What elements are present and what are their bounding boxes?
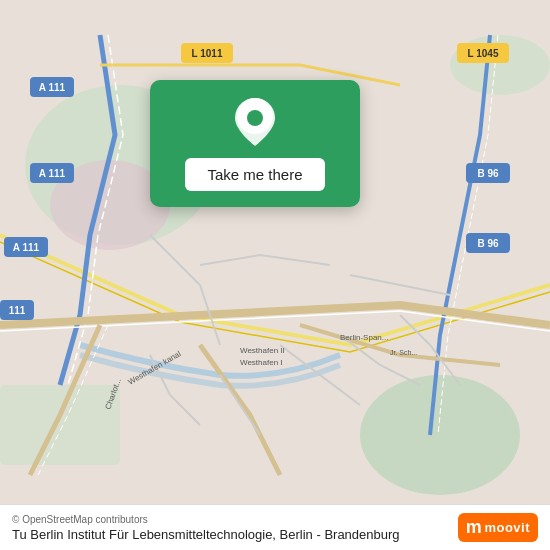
svg-point-4 — [360, 375, 520, 495]
svg-text:Westhafen II: Westhafen II — [240, 346, 285, 355]
svg-text:A 111: A 111 — [39, 168, 66, 179]
svg-text:A 111: A 111 — [13, 242, 40, 253]
copyright-text: © OpenStreetMap contributors — [12, 514, 400, 525]
svg-text:B 96: B 96 — [477, 238, 499, 249]
svg-point-29 — [247, 110, 263, 126]
moovit-text: moovit — [484, 520, 530, 535]
location-card: Take me there — [150, 80, 360, 207]
info-bar: © OpenStreetMap contributors Tu Berlin I… — [0, 504, 550, 550]
info-left: © OpenStreetMap contributors Tu Berlin I… — [12, 514, 400, 542]
location-pin-icon — [235, 98, 275, 146]
take-me-there-button[interactable]: Take me there — [185, 158, 324, 191]
svg-text:Jr. Sch...: Jr. Sch... — [390, 349, 417, 356]
svg-text:Berlin-Span...: Berlin-Span... — [340, 333, 388, 342]
location-name: Tu Berlin Institut Für Lebensmitteltechn… — [12, 527, 400, 542]
svg-text:B 96: B 96 — [477, 168, 499, 179]
moovit-logo: m moovit — [458, 513, 538, 542]
svg-text:L 1011: L 1011 — [192, 48, 223, 59]
svg-text:111: 111 — [9, 305, 26, 316]
svg-rect-5 — [0, 385, 120, 465]
svg-text:A 111: A 111 — [39, 82, 66, 93]
moovit-m-icon: m — [466, 517, 483, 538]
svg-text:L 1045: L 1045 — [468, 48, 499, 59]
map-container: L 1011 L 1045 A 111 A 111 A 111 111 B 96… — [0, 0, 550, 550]
svg-text:Westhafen I: Westhafen I — [240, 358, 283, 367]
